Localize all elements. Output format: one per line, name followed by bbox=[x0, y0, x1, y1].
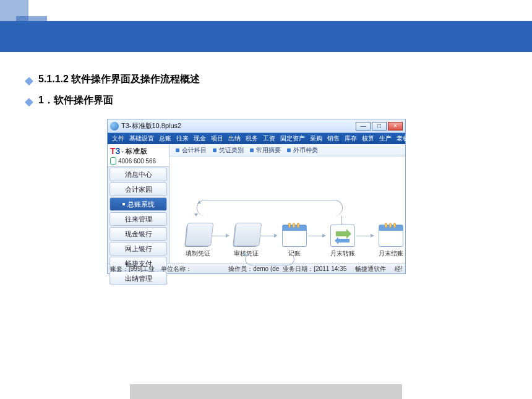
menu-sales[interactable]: 销售 bbox=[325, 134, 341, 143]
sidebar-item-cash[interactable]: 现金银行 bbox=[109, 227, 167, 241]
notebook-icon bbox=[184, 225, 212, 247]
workflow-diagram: 填制凭证 审核凭证 记账 月末转账 月末结账 bbox=[169, 157, 405, 264]
sidebar-item-messages[interactable]: 消息中心 bbox=[109, 168, 167, 181]
menu-assets[interactable]: 固定资产 bbox=[278, 134, 307, 143]
status-operator: 操作员：demo (de bbox=[228, 265, 279, 273]
flow-arrow-icon bbox=[356, 236, 371, 236]
flow-loop-top-icon bbox=[197, 200, 343, 216]
close-period-icon bbox=[379, 225, 403, 247]
flow-arrow-icon bbox=[260, 236, 275, 236]
flow-arrow-icon bbox=[308, 236, 323, 236]
tab-summary[interactable]: 常用摘要 bbox=[250, 146, 281, 155]
menu-prod[interactable]: 生产 bbox=[377, 134, 393, 143]
flow-loop-bottom-icon bbox=[245, 253, 294, 265]
logo-3: 3 bbox=[116, 146, 121, 156]
logo-dash: - bbox=[121, 147, 124, 155]
flow-label: 月末转账 bbox=[325, 249, 360, 258]
bullet-icon: ◆ bbox=[25, 74, 33, 87]
menu-cash[interactable]: 现金 bbox=[192, 134, 208, 143]
flow-label: 填制凭证 bbox=[181, 249, 215, 258]
maximize-button[interactable]: □ bbox=[372, 122, 387, 131]
bullet-icon: ◆ bbox=[25, 95, 33, 108]
menu-workspace[interactable]: 工作圈 bbox=[501, 134, 523, 143]
menu-tax[interactable]: 税务 bbox=[244, 134, 260, 143]
menu-cashier[interactable]: 出纳 bbox=[226, 134, 242, 143]
menu-bill[interactable]: 票据通 bbox=[418, 134, 440, 143]
close-button[interactable]: × bbox=[388, 122, 403, 131]
app-icon bbox=[110, 122, 119, 131]
sidebar-item-gl[interactable]: 总账系统 bbox=[109, 197, 167, 211]
status-brand: 畅捷通软件 bbox=[355, 265, 386, 273]
slide-subheading: 1．软件操作界面 bbox=[38, 94, 113, 107]
menu-service[interactable]: 产品服务 bbox=[471, 134, 500, 143]
slide-deco-square bbox=[16, 16, 47, 47]
status-account-set: 账套：[999]工业 单位名称： bbox=[110, 265, 192, 273]
active-dot-icon bbox=[122, 203, 125, 205]
menu-bar[interactable]: 文件 基础设置 总账 往来 现金 项目 出纳 税务 工资 固定资产 采购 销售 … bbox=[108, 133, 405, 144]
logo-t: T bbox=[110, 146, 116, 156]
flow-node-month-transfer[interactable]: 月末转账 bbox=[325, 225, 360, 258]
flow-label: 月末结账 bbox=[374, 249, 408, 258]
menu-file[interactable]: 文件 bbox=[110, 134, 126, 143]
hotline-number: 4006 600 566 bbox=[118, 158, 156, 165]
content-area: 会计科目 凭证类别 常用摘要 外币种类 填制凭证 审核凭证 记账 bbox=[169, 144, 405, 264]
app-window: T3-标准版10.8plus2 — □ × 文件 基础设置 总账 往来 现金 项… bbox=[107, 119, 406, 274]
menu-learn[interactable]: 学习中心 bbox=[442, 134, 470, 143]
phone-icon bbox=[110, 157, 116, 165]
sidebar-item-home[interactable]: 会计家园 bbox=[109, 182, 167, 196]
tab-accounts[interactable]: 会计科目 bbox=[176, 146, 207, 155]
slide-heading: 5.1.1.2 软件操作界面及操作流程概述 bbox=[38, 73, 200, 86]
logo-zone: T3 - 标准版 4006 600 566 bbox=[108, 144, 169, 167]
transfer-icon bbox=[330, 225, 355, 247]
sidebar: T3 - 标准版 4006 600 566 消息中心 会计家园 总账系统 往来管… bbox=[108, 144, 169, 264]
menu-basic[interactable]: 基础设置 bbox=[127, 134, 156, 143]
ledger-icon bbox=[282, 225, 307, 247]
menu-arap[interactable]: 往来 bbox=[174, 134, 191, 143]
sidebar-item-cashier[interactable]: 出纳管理 bbox=[109, 272, 167, 285]
tab-currency[interactable]: 外币种类 bbox=[287, 146, 318, 155]
flow-arrowhead-icon bbox=[194, 213, 198, 217]
slide-footer-bar bbox=[130, 384, 402, 399]
menu-calc[interactable]: 核算 bbox=[360, 134, 376, 143]
menu-purchase[interactable]: 采购 bbox=[308, 134, 324, 143]
tab-voucher-type[interactable]: 凭证类别 bbox=[213, 146, 244, 155]
window-titlebar[interactable]: T3-标准版10.8plus2 — □ × bbox=[108, 119, 405, 133]
menu-project[interactable]: 项目 bbox=[209, 134, 225, 143]
notebook-icon bbox=[233, 225, 260, 247]
menu-stock[interactable]: 库存 bbox=[343, 134, 359, 143]
logo-edition: 标准版 bbox=[126, 147, 148, 156]
menu-payroll[interactable]: 工资 bbox=[261, 134, 277, 143]
flow-arrowhead-icon bbox=[242, 252, 246, 255]
window-title: T3-标准版10.8plus2 bbox=[121, 121, 353, 131]
sidebar-item-arap[interactable]: 往来管理 bbox=[109, 212, 167, 226]
tab-strip: 会计科目 凭证类别 常用摘要 外币种类 bbox=[169, 144, 405, 157]
minimize-button[interactable]: — bbox=[356, 122, 371, 131]
menu-gl[interactable]: 总账 bbox=[157, 134, 173, 143]
menu-boss[interactable]: 老板通 bbox=[395, 134, 417, 143]
sidebar-item-label: 总账系统 bbox=[127, 198, 155, 210]
flow-arrow-icon bbox=[212, 236, 226, 236]
flow-connector-icon bbox=[341, 216, 342, 225]
sidebar-item-ebank[interactable]: 网上银行 bbox=[109, 242, 167, 255]
flow-node-create-voucher[interactable]: 填制凭证 bbox=[181, 225, 215, 258]
status-date: 业务日期：[2011 14:35 bbox=[283, 265, 346, 273]
flow-node-month-close[interactable]: 月末结账 bbox=[374, 225, 408, 258]
menu-window[interactable]: 窗口 bbox=[525, 134, 532, 143]
status-tail: 经! bbox=[395, 265, 403, 273]
slide-top-bar bbox=[0, 21, 532, 52]
